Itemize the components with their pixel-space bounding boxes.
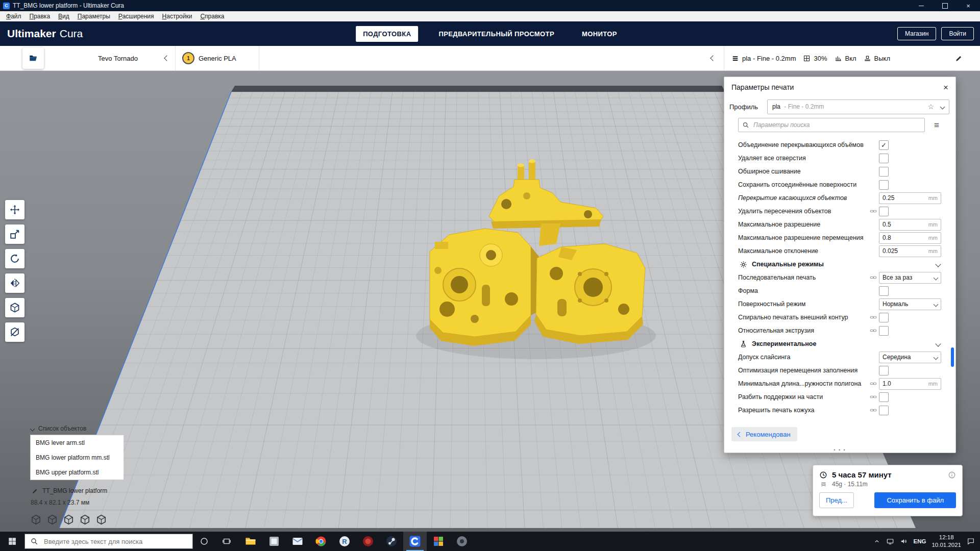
setting-checkbox[interactable] [879, 313, 889, 322]
object-list-item[interactable]: BMG lower platform mm.stl [31, 450, 124, 465]
setting-checkbox[interactable] [879, 207, 889, 216]
resize-handle[interactable]: • • • [834, 447, 846, 453]
job-name-row[interactable]: TT_BMG lower platform [32, 487, 107, 494]
taskbar-search[interactable] [24, 534, 193, 549]
menu-item-6[interactable]: Справка [196, 13, 228, 20]
setting-value-input[interactable]: 0.5mm [879, 219, 941, 231]
save-to-file-button[interactable]: Сохранить в файл [874, 492, 956, 508]
setting-checkbox[interactable] [879, 406, 889, 415]
view-left-icon[interactable] [79, 514, 91, 525]
view-top-icon[interactable] [63, 514, 75, 525]
settings-search-input[interactable] [752, 121, 921, 129]
info-icon[interactable] [948, 471, 956, 479]
preview-button[interactable]: Пред... [819, 492, 854, 508]
printer-selector[interactable]: Tevo Tornado [61, 46, 176, 70]
link-icon [870, 208, 877, 215]
view-right-icon[interactable] [95, 514, 107, 525]
menu-item-5[interactable]: Настройки [158, 13, 197, 20]
taskbar-app-browser[interactable] [309, 532, 333, 551]
view-3d-icon[interactable] [30, 514, 42, 525]
setting-dropdown[interactable]: Нормаль [879, 298, 941, 310]
setting-checkbox[interactable] [879, 180, 889, 190]
setting-value-input[interactable]: 0.8mm [879, 232, 941, 244]
start-button[interactable] [0, 532, 24, 551]
scale-tool-button[interactable] [5, 224, 24, 244]
move-tool-button[interactable] [5, 200, 24, 219]
star-icon[interactable]: ☆ [927, 103, 934, 110]
menu-item-1[interactable]: Правка [26, 13, 55, 20]
setting-label: Удалить пересечения объектов [738, 208, 868, 215]
close-button[interactable]: × [957, 0, 980, 11]
setting-row: Разрешить печать кожуха [724, 404, 955, 417]
object-list-toggle[interactable]: Список объектов [31, 425, 86, 432]
tab-prepare[interactable]: ПОДГОТОВКА [356, 26, 418, 42]
settings-search[interactable] [738, 118, 925, 132]
settings-menu-icon[interactable]: ≡ [934, 121, 939, 130]
signin-button[interactable]: Войти [941, 27, 974, 40]
object-list-item[interactable]: BMG upper platform.stl [31, 465, 124, 480]
taskbar-app-mosaic-app[interactable] [427, 532, 450, 551]
setting-value-input[interactable]: 0.25mm [879, 192, 941, 204]
setting-label: Последовательная печать [738, 274, 868, 281]
browser-icon [315, 535, 327, 547]
setting-checkbox[interactable] [879, 154, 889, 163]
menu-item-4[interactable]: Расширения [114, 13, 158, 20]
print-settings-panel: Параметры печати × Профиль pla - Fine - … [724, 77, 956, 453]
cortana-button[interactable] [193, 532, 215, 551]
support-blocker-tool-button[interactable] [5, 322, 24, 342]
volume-icon[interactable] [900, 537, 908, 545]
taskbar-app-red-app[interactable] [356, 532, 380, 551]
taskbar-app-gray-app[interactable] [450, 532, 474, 551]
setting-value-input[interactable]: 0.025mm [879, 245, 941, 257]
setting-checkbox[interactable] [879, 392, 889, 402]
task-view-button[interactable] [215, 532, 238, 551]
object-list-item[interactable]: BMG lever arm.stl [31, 435, 124, 450]
setting-value-input[interactable]: 1.0mm [879, 378, 941, 390]
setting-dropdown[interactable]: Все за раз [879, 272, 941, 284]
collapse-settings-icon[interactable] [710, 55, 716, 61]
setting-checkbox[interactable] [879, 326, 889, 336]
settings-category[interactable]: Специальные режимы [724, 258, 955, 271]
profile-dropdown[interactable]: pla - Fine - 0.2mm ☆ [767, 99, 949, 114]
view-front-icon[interactable] [46, 514, 58, 525]
action-center-icon[interactable] [967, 537, 975, 545]
print-settings-summary[interactable]: pla - Fine - 0.2mm 30% Вкл Выкл [724, 46, 970, 70]
taskbar-app-file-explorer[interactable] [239, 532, 262, 551]
network-icon[interactable] [886, 537, 894, 545]
material-selector[interactable]: 1 Generic PLA [175, 46, 259, 70]
settings-category[interactable]: Экспериментальное [724, 337, 955, 350]
tray-expand-icon[interactable] [873, 538, 880, 545]
model-bmg-lower-platform[interactable] [430, 229, 539, 346]
language-indicator[interactable]: ENG [914, 538, 926, 544]
cortana-icon [200, 537, 209, 546]
close-icon[interactable]: × [943, 83, 948, 92]
tab-monitor[interactable]: МОНИТОР [575, 26, 624, 42]
recommended-button[interactable]: Рекомендован [731, 427, 797, 441]
setting-checkbox[interactable] [879, 286, 889, 296]
toolbar: Tevo Tornado 1 Generic PLA pla - Fine - … [0, 46, 980, 71]
taskbar-app-r-app[interactable]: R [333, 532, 356, 551]
marketplace-button[interactable]: Магазин [897, 27, 936, 40]
taskbar-search-input[interactable] [43, 537, 187, 546]
menu-item-0[interactable]: Файл [2, 13, 26, 20]
setting-checkbox[interactable] [879, 167, 889, 177]
open-file-button[interactable] [22, 47, 44, 69]
menu-item-2[interactable]: Вид [54, 13, 74, 20]
rotate-tool-button[interactable] [5, 249, 24, 268]
minimize-button[interactable] [910, 0, 933, 11]
maximize-button[interactable] [933, 0, 957, 11]
menu-item-3[interactable]: Параметры [74, 13, 114, 20]
taskbar-app-mail[interactable] [286, 532, 309, 551]
tray-clock[interactable]: 12:18 10.01.2021 [932, 534, 961, 549]
tab-preview[interactable]: ПРЕДВАРИТЕЛЬНЫЙ ПРОСМОТР [431, 26, 561, 42]
model-bmg-upper-platform[interactable] [534, 244, 645, 344]
mirror-tool-button[interactable] [5, 273, 24, 293]
per-model-settings-tool-button[interactable] [5, 298, 24, 317]
setting-dropdown[interactable]: Середина [879, 352, 941, 363]
setting-checkbox[interactable] [879, 366, 889, 375]
taskbar-app-steam[interactable] [380, 532, 403, 551]
taskbar-app-system-app[interactable] [262, 532, 286, 551]
taskbar-app-cura[interactable] [403, 532, 427, 551]
setting-checkbox[interactable]: ✓ [879, 140, 889, 150]
scrollbar-thumb[interactable] [951, 347, 954, 367]
